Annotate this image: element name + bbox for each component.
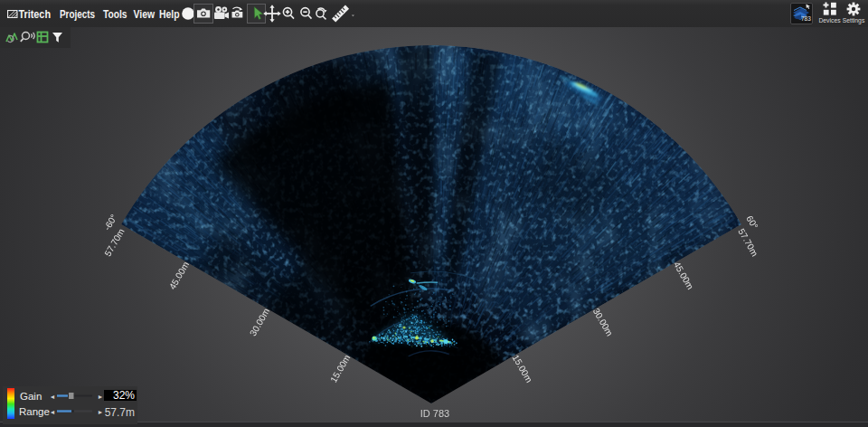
svg-text:15.00m: 15.00m xyxy=(511,353,534,384)
svg-text:783: 783 xyxy=(801,15,811,22)
svg-text:30.00m: 30.00m xyxy=(591,307,615,337)
svg-text:45.00m: 45.00m xyxy=(672,260,695,290)
svg-text:Tritech: Tritech xyxy=(19,7,52,21)
svg-text:Devices: Devices xyxy=(818,17,841,24)
svg-text:57.70m: 57.70m xyxy=(102,227,126,258)
svg-text:60°: 60° xyxy=(744,214,760,231)
svg-text:15.00m: 15.00m xyxy=(328,353,352,384)
svg-text:45.00m: 45.00m xyxy=(167,260,191,290)
svg-text:Projects: Projects xyxy=(60,7,95,21)
svg-text:View: View xyxy=(134,7,156,21)
svg-text:Help: Help xyxy=(159,7,180,21)
svg-text:Tools: Tools xyxy=(103,7,127,21)
svg-text:57.70m: 57.70m xyxy=(736,227,760,258)
svg-text:30.00m: 30.00m xyxy=(248,307,271,337)
svg-text:Settings: Settings xyxy=(843,17,865,24)
svg-text:ID 783: ID 783 xyxy=(420,408,449,419)
